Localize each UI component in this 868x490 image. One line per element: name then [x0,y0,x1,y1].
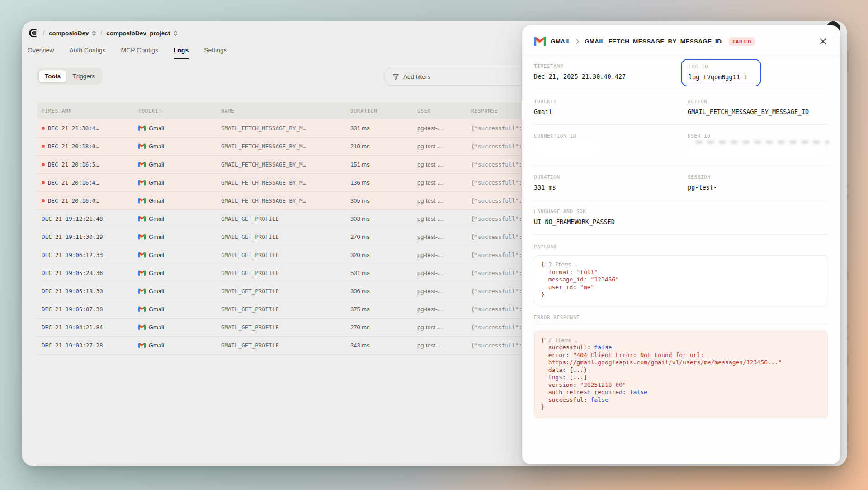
cell-duration: 531 ms [350,270,417,276]
tab-mcp-configs[interactable]: MCP Configs [121,47,158,59]
column-header-name: NAME [221,108,350,114]
payload-label: PAYLOAD [534,244,828,250]
org-switcher-icon[interactable] [92,30,96,36]
close-panel-button[interactable] [818,36,828,47]
cell-toolkit: Gmail [138,143,221,150]
composio-logo [28,28,39,38]
cell-user: pg-test-… [417,270,471,276]
segment-tools[interactable]: Tools [38,70,67,83]
cell-duration: 270 ms [350,324,417,331]
cell-user: pg-test-… [417,125,471,132]
cell-duration: 270 ms [350,233,417,240]
failed-dot-icon [42,145,45,148]
cell-user: pg-test-… [417,233,471,240]
column-header-toolkit: TOOLKIT [138,108,221,114]
cell-timestamp: DEC 21 19:05:07.30 [42,306,138,313]
cell-timestamp: DEC 21 19:05:28.36 [42,270,138,276]
field-toolkit: TOOLKIT Gmail [534,99,688,115]
cell-name: GMAIL_GET_PROFILE [221,342,350,349]
field-log-id: LOG ID log_tVqomBgg11-t [689,64,754,81]
cell-user: pg-test-… [417,179,471,186]
cell-timestamp: DEC 21 19:05:18.30 [42,288,138,295]
cell-name: GMAIL_FETCH_MESSAGE_BY_M… [221,161,350,168]
gmail-icon [138,198,146,204]
segment-triggers[interactable]: Triggers [67,70,101,82]
tab-settings[interactable]: Settings [204,47,227,59]
funnel-icon [392,73,399,80]
cell-name: GMAIL_GET_PROFILE [221,252,350,258]
cell-user: pg-test-… [417,252,471,258]
cell-duration: 320 ms [350,252,417,258]
status-badge: FAILED [729,37,755,46]
close-icon [820,38,826,45]
field-user-id: USER ID [688,133,829,157]
field-action: ACTION GMAIL_FETCH_MESSAGE_BY_MESSAGE_ID [688,99,828,115]
column-header-user: USER [417,108,471,114]
cell-duration: 331 ms [350,125,417,132]
panel-header: GMAIL GMAIL_FETCH_MESSAGE_BY_MESSAGE_ID … [522,25,840,55]
field-connection-id: CONNECTION ID [534,133,688,157]
cell-toolkit: Gmail [138,233,221,240]
redacted-connection-id [534,143,601,154]
gmail-icon [534,37,546,46]
failed-dot-icon [42,163,45,166]
cell-timestamp: DEC 21 21:30:4… [42,125,138,132]
cell-timestamp: DEC 21 20:16:4… [42,179,138,186]
cell-name: GMAIL_FETCH_MESSAGE_BY_M… [221,125,350,132]
gmail-icon [138,180,146,186]
tab-overview[interactable]: Overview [28,47,54,59]
cell-user: pg-test-… [417,306,471,313]
log-detail-panel: GMAIL GMAIL_FETCH_MESSAGE_BY_MESSAGE_ID … [522,25,840,464]
failed-dot-icon [42,181,45,184]
tab-logs[interactable]: Logs [174,47,189,59]
tab-bar: OverviewAuth ConfigsMCP ConfigsLogsSetti… [28,47,227,59]
cell-duration: 305 ms [350,197,417,204]
gmail-icon [138,162,146,167]
log-id-highlight-box: LOG ID log_tVqomBgg11-t [681,59,761,86]
breadcrumb-org[interactable]: composioDev [49,30,89,37]
gmail-icon [138,143,146,149]
cell-toolkit: Gmail [138,270,221,276]
gmail-icon [138,252,146,258]
gmail-icon [138,125,146,131]
cell-timestamp: DEC 21 19:11:30.29 [42,233,138,240]
column-header-duration: DURATION [350,108,417,114]
gmail-icon [138,343,146,348]
redacted-user-id [688,145,823,157]
cell-toolkit: Gmail [138,306,221,313]
panel-action-name: GMAIL_FETCH_MESSAGE_BY_MESSAGE_ID [585,38,722,45]
breadcrumb-project[interactable]: composioDev_project [106,30,170,37]
cell-timestamp: DEC 21 19:12:21.48 [42,215,138,222]
cell-name: GMAIL_GET_PROFILE [221,233,350,240]
cell-timestamp: DEC 21 19:03:27.28 [42,342,138,349]
cell-user: pg-test-… [417,161,471,168]
cell-name: GMAIL_FETCH_MESSAGE_BY_M… [221,143,350,150]
cell-name: GMAIL_GET_PROFILE [221,306,350,313]
cell-name: GMAIL_GET_PROFILE [221,215,350,222]
gmail-icon [138,288,146,294]
gmail-icon [138,324,146,330]
cell-toolkit: Gmail [138,161,221,168]
panel-fields: TIMESTAMP Dec 21, 2025 21:30:40.427 LOG … [522,55,840,235]
cell-name: GMAIL_GET_PROFILE [221,270,350,276]
payload-section: PAYLOAD { 3 Items ⌄ format: "full" messa… [522,235,840,305]
tab-auth-configs[interactable]: Auth Configs [69,47,105,59]
error-response-json[interactable]: { 7 Items ⌄ successfull: false error: "4… [534,331,828,418]
cell-timestamp: DEC 21 19:04:21.84 [42,324,138,331]
log-type-segmented-control: Tools Triggers [37,68,102,85]
gmail-icon [138,306,146,312]
cell-timestamp: DEC 21 19:06:12.33 [42,252,138,258]
cell-name: GMAIL_FETCH_MESSAGE_BY_M… [221,179,350,186]
column-header-timestamp: TIMESTAMP [42,108,138,114]
redacted-user-id-ghost [696,141,829,144]
failed-dot-icon [42,127,45,130]
cell-toolkit: Gmail [138,252,221,258]
failed-dot-icon [42,199,45,202]
cell-timestamp: DEC 21 20:16:0… [42,197,138,204]
cell-duration: 210 ms [350,143,417,150]
cell-toolkit: Gmail [138,215,221,222]
cell-user: pg-test-… [417,215,471,222]
project-switcher-icon[interactable] [173,30,178,36]
cell-name: GMAIL_FETCH_MESSAGE_BY_M… [221,197,350,204]
payload-json[interactable]: { 3 Items ⌄ format: "full" message_id: "… [534,255,828,305]
